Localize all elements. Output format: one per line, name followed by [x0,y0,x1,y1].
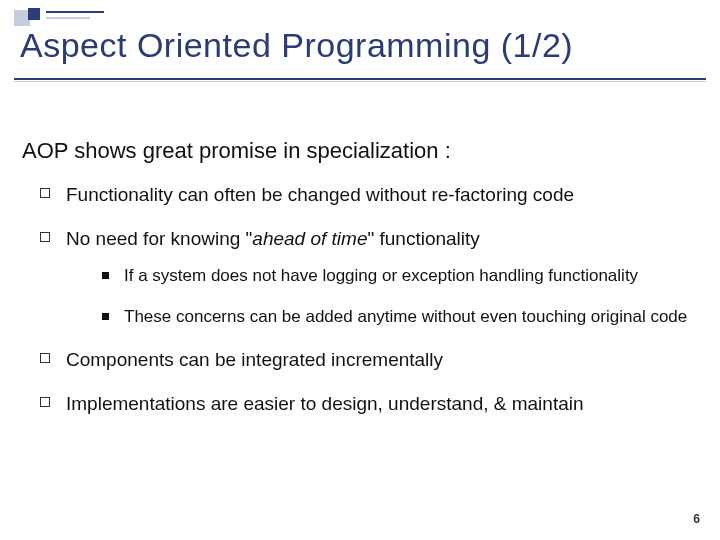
bullet-text-emphasis: ahead of time [252,228,367,249]
bullet-item: Implementations are easier to design, un… [40,391,698,417]
bullet-text-part: " functionality [367,228,479,249]
page-number: 6 [693,512,700,526]
bullet-text-part: No need for knowing " [66,228,252,249]
slide: Aspect Oriented Programming (1/2) AOP sh… [0,0,720,540]
decor-square-dark [28,8,40,20]
bullet-item: No need for knowing "ahead of time" func… [40,226,698,330]
bullet-text: Implementations are easier to design, un… [66,393,584,414]
sub-bullet-text: These concerns can be added anytime with… [124,307,687,326]
sub-bullet-item: If a system does not have logging or exc… [102,265,698,288]
decor-line-dark [46,11,104,13]
title-underline [14,78,706,80]
sub-bullet-text: If a system does not have logging or exc… [124,266,638,285]
bullet-item: Functionality can often be changed witho… [40,182,698,208]
sub-bullet-item: These concerns can be added anytime with… [102,306,698,329]
bullet-list: Functionality can often be changed witho… [40,182,698,416]
decor-line-light [46,17,90,19]
slide-title: Aspect Oriented Programming (1/2) [20,26,700,65]
intro-text: AOP shows great promise in specializatio… [22,138,698,164]
bullet-item: Components can be integrated incremental… [40,347,698,373]
bullet-text: Functionality can often be changed witho… [66,184,574,205]
bullet-text: Components can be integrated incremental… [66,349,443,370]
slide-body: AOP shows great promise in specializatio… [22,138,698,434]
sub-bullet-list: If a system does not have logging or exc… [102,265,698,329]
